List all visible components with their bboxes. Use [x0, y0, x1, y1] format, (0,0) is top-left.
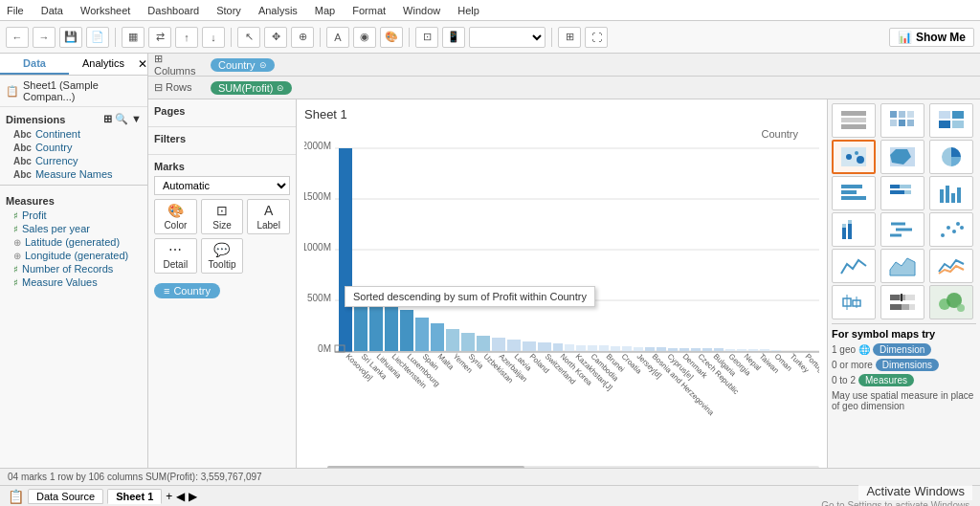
size-button[interactable]: ⊡ Size [201, 199, 244, 234]
country-marks-pill[interactable]: ≡ Country [154, 283, 220, 298]
dim-measure-names[interactable]: Abc Measure Names [0, 167, 147, 181]
svg-rect-113 [848, 224, 852, 239]
next-sheet-button[interactable]: ▶ [189, 490, 197, 503]
svg-text:1000M: 1000M [304, 242, 331, 253]
dim-continent[interactable]: Abc Continent [0, 127, 147, 141]
close-panel-button[interactable]: ✕ [138, 54, 147, 75]
fullscreen-button[interactable]: ⛶ [585, 27, 608, 48]
pan-button[interactable]: ✥ [264, 27, 287, 48]
stacked-hbar-button[interactable] [880, 176, 924, 210]
packed-bubbles-button[interactable] [929, 285, 973, 319]
menu-dashboard[interactable]: Dashboard [145, 5, 202, 16]
svg-rect-33 [657, 347, 666, 351]
gantt-button[interactable] [880, 212, 924, 247]
tab-data[interactable]: Data [0, 54, 69, 75]
expand-icon[interactable]: ▼ [131, 113, 142, 125]
new-button[interactable]: 📄 [86, 27, 109, 48]
fix-axes-button[interactable]: ⊡ [415, 27, 438, 48]
color-button[interactable]: 🎨 Color [154, 199, 197, 234]
save-button[interactable]: 💾 [59, 27, 82, 48]
heat-map-button[interactable] [880, 103, 924, 138]
measures-title: Measures [0, 189, 147, 209]
columns-pill[interactable]: Country ⊝ [211, 58, 275, 72]
show-me-label: Show Me [916, 31, 966, 44]
stacked-vbar-button[interactable] [832, 212, 876, 247]
svg-rect-27 [588, 345, 597, 351]
symbol-map-button[interactable] [832, 140, 876, 174]
tab-analytics[interactable]: Analytics [69, 54, 138, 75]
measure-longitude[interactable]: ⊕ Longitude (generated) [0, 249, 147, 262]
group-icon[interactable]: ⊞ [103, 113, 112, 125]
svg-rect-87 [899, 120, 905, 126]
box-whisker-button[interactable] [832, 285, 876, 319]
line-button[interactable] [832, 249, 876, 283]
bullet-button[interactable] [880, 285, 924, 319]
label-button[interactable]: A Label [247, 199, 290, 234]
svg-rect-80 [841, 111, 866, 116]
tab-data-source[interactable]: Data Source [28, 489, 103, 504]
menu-worksheet[interactable]: Worksheet [78, 5, 133, 16]
svg-rect-38 [714, 348, 724, 351]
hbar-button[interactable] [832, 176, 876, 210]
measure-num-records[interactable]: ♯ Number of Records [0, 262, 147, 275]
sheet-name: 📋 Sheet1 (Sample Compan...) [0, 76, 147, 107]
dim-country[interactable]: Abc Country [0, 141, 147, 154]
sort-asc-button[interactable]: ↑ [175, 27, 198, 48]
label-button[interactable]: A [326, 27, 349, 48]
dual-line-button[interactable] [929, 249, 973, 283]
left-panel-tabs: Data Analytics ✕ [0, 54, 147, 76]
zoom-button[interactable]: ⊕ [291, 27, 314, 48]
menu-file[interactable]: File [4, 5, 27, 16]
menu-data[interactable]: Data [38, 5, 66, 16]
svg-text:0M: 0M [318, 343, 331, 354]
svg-point-94 [846, 154, 852, 160]
svg-rect-10 [339, 148, 352, 352]
presentation-button[interactable]: ⊞ [558, 27, 581, 48]
measure-profit[interactable]: ♯ Profit [0, 209, 147, 222]
detail-button[interactable]: ⋯ Detail [154, 238, 197, 274]
svg-rect-112 [842, 224, 846, 228]
menu-help[interactable]: Help [455, 5, 482, 16]
add-sheet-button[interactable]: + [166, 490, 172, 503]
highlight-table-button[interactable] [929, 103, 973, 138]
measures-pill: Measures [858, 374, 914, 386]
menu-analysis[interactable]: Analysis [256, 5, 301, 16]
select-button[interactable]: ↖ [237, 27, 260, 48]
rows-pill[interactable]: SUM(Profit) ⊝ [211, 81, 292, 95]
measure-latitude[interactable]: ⊕ Latitude (generated) [0, 235, 147, 249]
geo-icon: 🌐 [858, 344, 870, 355]
bottom-right-area: Activate Windows Go to Settings to activ… [197, 482, 972, 507]
color-button[interactable]: 🎨 [380, 27, 403, 48]
divider-1 [0, 185, 147, 186]
swap-button[interactable]: ⇄ [148, 27, 171, 48]
svg-rect-83 [890, 111, 897, 118]
standard-dropdown[interactable]: Standard [469, 27, 546, 48]
area-button[interactable] [880, 249, 924, 283]
menu-story[interactable]: Story [213, 5, 244, 16]
highlight-button[interactable]: ◉ [353, 27, 376, 48]
menu-window[interactable]: Window [400, 5, 443, 16]
back-button[interactable]: ← [6, 27, 29, 48]
measure-values[interactable]: ♯ Measure Values [0, 275, 147, 289]
dim-currency[interactable]: Abc Currency [0, 154, 147, 167]
svg-rect-20 [492, 338, 505, 351]
measure-sales[interactable]: ♯ Sales per year [0, 222, 147, 235]
tooltip-button[interactable]: 💬 Tooltip [201, 238, 244, 274]
sort-desc-button[interactable]: ↓ [202, 27, 225, 48]
filled-map-button[interactable] [880, 140, 924, 174]
forward-button[interactable]: → [33, 27, 56, 48]
search-icon[interactable]: 🔍 [115, 113, 128, 125]
scatter-button[interactable] [929, 212, 973, 247]
menu-format[interactable]: Format [349, 5, 389, 16]
menu-map[interactable]: Map [312, 5, 338, 16]
vbar-button[interactable] [929, 176, 973, 210]
device-preview-button[interactable]: 📱 [442, 27, 465, 48]
tab-sheet1[interactable]: Sheet 1 [107, 489, 162, 504]
marks-dropdown[interactable]: Automatic [154, 176, 290, 195]
text-table-button[interactable] [832, 103, 876, 138]
show-me-button[interactable]: 📊 Show Me [889, 28, 974, 47]
svg-rect-23 [538, 342, 551, 351]
pie-chart-button[interactable] [929, 140, 973, 174]
prev-sheet-button[interactable]: ◀ [176, 490, 185, 503]
bar-chart-button[interactable]: ▦ [122, 27, 145, 48]
